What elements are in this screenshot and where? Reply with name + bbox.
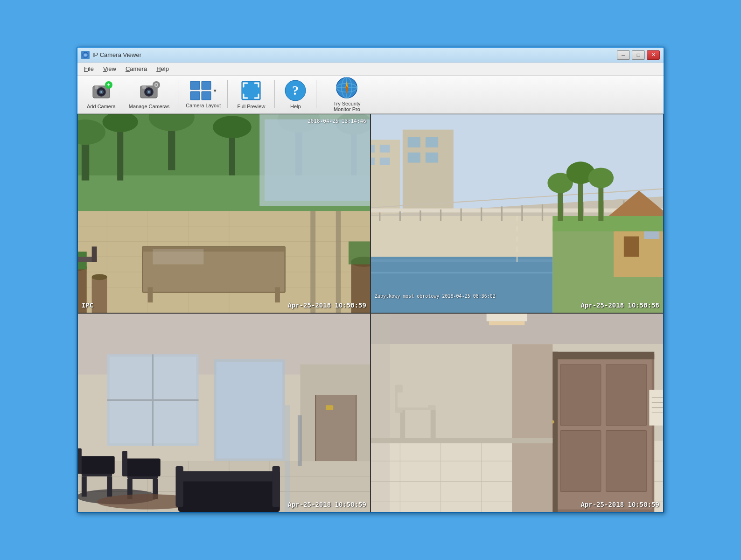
svg-rect-24	[202, 81, 211, 90]
menu-camera[interactable]: Camera	[121, 63, 152, 74]
svg-rect-155	[78, 448, 82, 474]
svg-rect-163	[178, 471, 280, 482]
toolbar-divider-4	[316, 80, 316, 108]
menu-view[interactable]: View	[98, 63, 121, 74]
svg-rect-27	[242, 81, 260, 100]
svg-rect-81	[92, 246, 97, 262]
svg-rect-166	[285, 405, 290, 512]
close-button[interactable]: ✕	[647, 50, 660, 60]
toolbar-divider-2	[227, 80, 228, 108]
main-window: IP Camera Viewer ─ □ ✕ File View Camera …	[77, 47, 664, 513]
svg-rect-189	[606, 431, 647, 492]
svg-point-73	[92, 274, 107, 280]
svg-rect-25	[190, 91, 200, 100]
svg-rect-185	[550, 352, 654, 359]
svg-point-18	[155, 84, 157, 86]
svg-rect-188	[560, 431, 601, 492]
manage-cameras-icon	[138, 79, 160, 102]
svg-rect-23	[190, 81, 200, 90]
svg-rect-22	[158, 84, 160, 85]
svg-rect-204	[487, 314, 527, 321]
camera-layout-button[interactable]: ▼ Camera Layout	[183, 77, 224, 111]
security-monitor-button[interactable]: Try Security Monitor Pro	[320, 74, 373, 115]
svg-rect-93	[426, 153, 438, 163]
full-preview-label: Full Preview	[237, 104, 265, 109]
manage-cameras-label: Manage Cameras	[129, 104, 169, 109]
svg-point-14	[148, 91, 150, 93]
svg-rect-67	[148, 287, 153, 303]
camera-feed-2[interactable]: Zabytkowy most obrotowy 2018-04-25 08:36…	[370, 114, 664, 313]
cam1-label: IPC	[82, 301, 93, 309]
toolbar-divider-3	[274, 80, 275, 108]
svg-point-6	[100, 91, 102, 93]
svg-rect-153	[107, 476, 112, 497]
window-title: IP Camera Viewer	[92, 51, 141, 58]
svg-rect-136	[217, 362, 283, 459]
svg-rect-92	[408, 153, 420, 163]
svg-rect-78	[336, 211, 341, 313]
svg-rect-139	[326, 405, 333, 410]
svg-rect-66	[153, 249, 203, 265]
camera-feed-3[interactable]: Apr-25-2018 10:58:59	[77, 313, 370, 512]
svg-rect-205	[489, 321, 524, 325]
svg-rect-86	[380, 145, 390, 152]
camera-layout-icon: ▼	[189, 80, 217, 101]
svg-rect-167	[298, 415, 302, 466]
maximize-button[interactable]: □	[632, 50, 645, 60]
svg-rect-112	[371, 257, 552, 313]
help-button[interactable]: ? Help	[279, 77, 312, 112]
add-camera-button[interactable]: + Add Camera	[81, 77, 121, 112]
app-icon	[81, 51, 90, 59]
minimize-button[interactable]: ─	[617, 50, 630, 60]
manage-cameras-button[interactable]: Manage Cameras	[123, 77, 175, 112]
svg-rect-87	[371, 158, 375, 165]
svg-text:+: +	[107, 82, 110, 88]
full-preview-button[interactable]: Full Preview	[231, 77, 271, 112]
cam2-timestamp: Apr-25-2018 10:58:58	[580, 301, 659, 309]
cam1-timestamp-top: 2018-04-25 13:14:46	[308, 118, 366, 124]
svg-point-126	[588, 168, 614, 188]
svg-rect-26	[202, 91, 211, 100]
toolbar-divider-1	[179, 80, 179, 108]
svg-rect-194	[431, 410, 436, 441]
camera-grid: 2018-04-25 13:14:46 IPC Apr-25-2018 10:5…	[77, 114, 664, 512]
help-label: Help	[290, 104, 301, 109]
camera-feed-1[interactable]: 2018-04-25 13:14:46 IPC Apr-25-2018 10:5…	[77, 114, 370, 313]
svg-rect-88	[380, 158, 390, 165]
full-preview-icon	[240, 79, 262, 102]
svg-rect-53	[265, 119, 370, 201]
svg-rect-120	[552, 216, 663, 231]
svg-rect-76	[349, 241, 370, 264]
svg-rect-77	[310, 211, 315, 313]
svg-rect-15	[142, 86, 146, 89]
cam1-timestamp: Apr-25-2018 10:58:59	[287, 301, 366, 309]
cam4-timestamp: Apr-25-2018 10:58:59	[580, 501, 659, 508]
svg-rect-202	[371, 314, 390, 512]
svg-rect-152	[82, 476, 87, 497]
svg-rect-162	[178, 476, 280, 512]
svg-rect-159	[125, 459, 161, 476]
svg-rect-19	[156, 81, 157, 83]
add-camera-label: Add Camera	[87, 104, 116, 109]
svg-rect-196	[398, 392, 428, 408]
svg-rect-7	[95, 86, 98, 89]
security-monitor-icon	[336, 77, 358, 99]
title-bar: IP Camera Viewer ─ □ ✕	[77, 48, 664, 63]
svg-rect-193	[400, 410, 405, 441]
cam3-timestamp: Apr-25-2018 10:58:59	[287, 501, 366, 508]
camera-layout-label: Camera Layout	[186, 103, 221, 108]
svg-rect-187	[606, 364, 647, 426]
svg-rect-90	[408, 137, 420, 147]
svg-rect-154	[79, 456, 114, 474]
security-monitor-label: Try Security Monitor Pro	[326, 101, 368, 112]
svg-rect-21	[153, 84, 154, 85]
svg-rect-72	[92, 277, 107, 313]
svg-rect-91	[426, 137, 438, 147]
menu-help[interactable]: Help	[152, 63, 174, 74]
svg-text:?: ?	[292, 83, 299, 98]
svg-rect-160	[122, 451, 127, 476]
svg-rect-203	[371, 438, 552, 443]
svg-rect-113	[371, 259, 552, 262]
camera-feed-4[interactable]: Apr-25-2018 10:58:59	[370, 313, 664, 512]
menu-file[interactable]: File	[79, 63, 98, 74]
